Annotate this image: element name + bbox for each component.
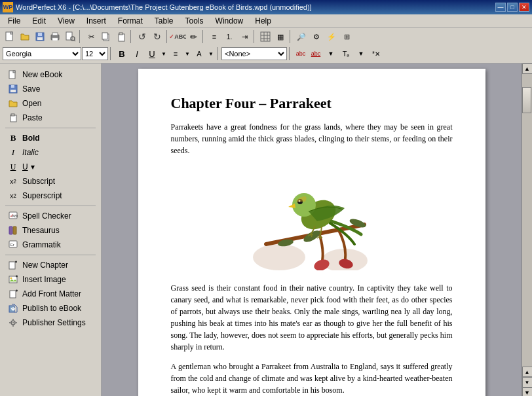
zoom-button[interactable]: 🔎 — [294, 29, 309, 44]
open-button[interactable] — [18, 29, 32, 44]
sep7 — [110, 47, 113, 60]
scroll-small-down[interactable]: ▼ — [522, 377, 533, 387]
scroll-thumb[interactable] — [522, 87, 531, 113]
extra1-button[interactable]: Tₐ — [339, 46, 353, 61]
sidebar-item-new-ebook[interactable]: New eBook — [0, 67, 101, 82]
merge-button[interactable]: ⊞ — [339, 29, 354, 44]
font-select[interactable]: Georgia — [3, 47, 81, 60]
pen-button[interactable]: ✏ — [186, 29, 200, 44]
svg-rect-31 — [13, 226, 16, 234]
menu-window[interactable]: Window — [210, 15, 249, 27]
underline-dropdown[interactable]: ▼ — [160, 46, 168, 61]
sidebar-item-add-front-matter[interactable]: Add Front Matter — [0, 287, 101, 301]
scroll-small-up[interactable]: ▲ — [522, 367, 533, 377]
italic-icon: I — [8, 147, 18, 158]
sidebar-item-bold[interactable]: B Bold — [0, 131, 101, 145]
sidebar-item-grammatik[interactable]: Gr Grammatik — [0, 238, 101, 252]
bold-button[interactable]: B — [115, 46, 129, 61]
sidebar-divider-2 — [5, 206, 96, 206]
indent-button[interactable]: ⇥ — [237, 29, 252, 44]
scroll-down-button[interactable]: ▼ — [522, 387, 533, 396]
sidebar-item-insert-image[interactable]: Insert Image — [0, 272, 101, 287]
options-button[interactable]: ⚙ — [309, 29, 324, 44]
quickformat2-button[interactable]: ▼ — [324, 46, 338, 61]
minimize-button[interactable]: — — [495, 3, 506, 12]
sidebar-item-publisher-settings[interactable]: Publisher Settings — [0, 315, 101, 330]
extra3-button[interactable]: *✕ — [369, 46, 383, 61]
menu-help[interactable]: Help — [250, 15, 276, 27]
new-button[interactable] — [3, 29, 17, 44]
sidebar-item-subscript[interactable]: x2 Subscript — [0, 174, 101, 189]
svg-rect-23 — [11, 85, 14, 88]
sidebar-label-underline: U — [22, 162, 28, 171]
align-dropdown[interactable]: ▼ — [183, 46, 191, 61]
sidebar-item-paste[interactable]: Paste — [0, 111, 101, 125]
table-button[interactable] — [258, 29, 273, 44]
svg-text:Gr: Gr — [10, 243, 14, 247]
menu-format[interactable]: Format — [113, 15, 148, 27]
svg-point-38 — [10, 278, 12, 279]
sidebar-item-save[interactable]: Save — [0, 82, 101, 96]
sidebar-item-publish-to-ebook[interactable]: Publish to eBook — [0, 301, 101, 315]
svg-rect-6 — [52, 33, 58, 35]
svg-rect-1 — [10, 32, 12, 34]
svg-rect-24 — [10, 90, 16, 92]
highlight-button[interactable]: abc — [309, 46, 323, 61]
quickformat-button[interactable]: abc — [294, 46, 308, 61]
paste-button[interactable] — [114, 29, 128, 44]
align-button[interactable]: ≡ — [168, 46, 183, 61]
sidebar-item-superscript[interactable]: x2 Superscript — [0, 189, 101, 203]
sidebar-item-open[interactable]: Open — [0, 96, 101, 111]
print-button[interactable] — [48, 29, 62, 44]
grammatik-icon: Gr — [8, 240, 18, 250]
maximize-button[interactable]: □ — [507, 3, 518, 12]
sidebar-item-italic[interactable]: I Italic — [0, 145, 101, 160]
font-color-button[interactable]: A — [192, 46, 206, 61]
main-area: New eBook Save Open Paste B Bold I — [0, 63, 532, 396]
italic-button[interactable]: I — [130, 46, 144, 61]
menu-bar: File Edit View Insert Format Table Tools… — [0, 14, 532, 27]
sidebar-item-spell-checker[interactable]: ✓ABC Spell Checker — [0, 209, 101, 223]
menu-file[interactable]: File — [3, 15, 26, 27]
bullets-button[interactable]: ≡ — [207, 29, 221, 44]
extra2-button[interactable]: ▼ — [354, 46, 368, 61]
sidebar-item-thesaurus[interactable]: Thesaurus — [0, 223, 101, 238]
menu-insert[interactable]: Insert — [81, 15, 111, 27]
menu-edit[interactable]: Edit — [27, 15, 51, 27]
superscript-icon: x2 — [8, 190, 18, 201]
numbering-button[interactable]: 1. — [222, 29, 237, 44]
cut-button[interactable]: ✂ — [84, 29, 98, 44]
macro-button[interactable]: ⚡ — [324, 29, 339, 44]
font-size-select[interactable]: 12 — [82, 47, 108, 60]
sidebar-divider-1 — [5, 128, 96, 128]
copy-button[interactable] — [99, 29, 113, 44]
close-button[interactable]: ✕ — [519, 3, 529, 12]
spellcheck-button[interactable]: ✓ABC — [171, 29, 185, 44]
svg-rect-3 — [38, 33, 42, 36]
publish-to-ebook-icon — [8, 303, 18, 314]
sep4 — [202, 30, 205, 43]
preview-button[interactable] — [63, 29, 77, 44]
save-button[interactable] — [33, 29, 47, 44]
svg-rect-13 — [119, 34, 124, 41]
sidebar-item-underline[interactable]: U U ▾ — [0, 160, 101, 174]
scroll-track[interactable] — [522, 74, 533, 367]
menu-tools[interactable]: Tools — [180, 15, 209, 27]
redo-button[interactable]: ↻ — [150, 29, 164, 44]
columns-button[interactable]: ▦ — [273, 29, 288, 44]
sidebar-label-italic: Italic — [22, 148, 39, 157]
sidebar-label-thesaurus: Thesaurus — [22, 226, 60, 235]
sidebar-item-new-chapter[interactable]: New Chapter — [0, 258, 101, 272]
sidebar-underline-extra: ▾ — [31, 162, 35, 171]
svg-rect-14 — [119, 33, 123, 35]
menu-table[interactable]: Table — [149, 15, 179, 27]
document-area[interactable]: Chapter Four – Parrakeet Parrakeets have… — [102, 63, 522, 396]
undo-button[interactable]: ↺ — [135, 29, 149, 44]
font-color-dropdown[interactable]: ▼ — [207, 46, 215, 61]
spell-checker-icon: ✓ABC — [8, 211, 18, 221]
menu-view[interactable]: View — [52, 15, 80, 27]
underline-button[interactable]: U — [145, 46, 159, 61]
style-select[interactable]: <None> — [221, 47, 287, 60]
sidebar-label-publisher-settings: Publisher Settings — [22, 318, 86, 327]
scroll-up-button[interactable]: ▲ — [522, 63, 533, 74]
